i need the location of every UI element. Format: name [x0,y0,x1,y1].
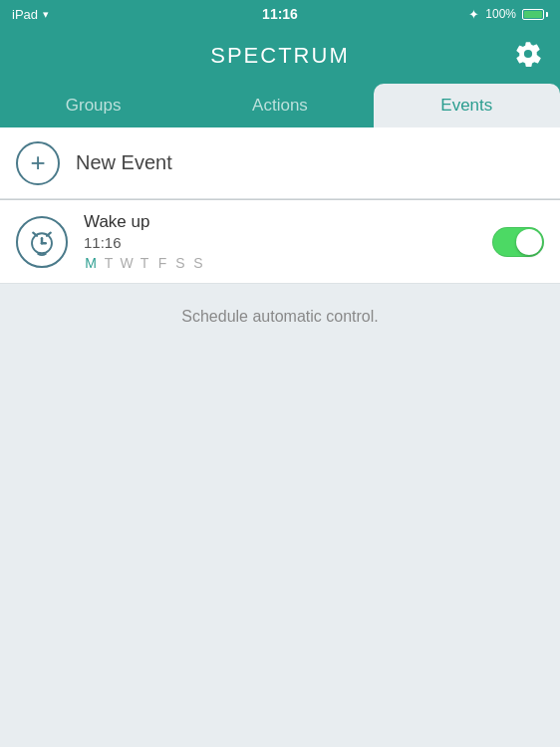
settings-button[interactable] [510,38,546,74]
content-area: + New Event Wake up 11:16 [0,127,560,350]
tab-bar: Groups Actions Events [0,84,560,127]
status-left: iPad ▾ [12,7,49,22]
status-time: 11:16 [262,6,298,22]
app-header: SPECTRUM [0,28,560,84]
svg-line-3 [33,232,37,235]
event-info: Wake up 11:16 MTWTFSS [84,212,476,271]
day-label: T [138,255,151,271]
event-time: 11:16 [84,234,476,251]
tab-actions[interactable]: Actions [186,84,373,127]
new-event-label: New Event [76,151,172,174]
status-bar: iPad ▾ 11:16 ✦ 100% [0,0,560,28]
event-name: Wake up [84,212,476,232]
battery-label: 100% [485,7,516,21]
day-label: S [173,255,187,271]
day-label: W [120,255,134,271]
toggle-knob [516,229,542,255]
footer-description: Schedule automatic control. [0,284,560,350]
alarm-icon [16,216,68,268]
battery-indicator [522,9,548,20]
new-event-row[interactable]: + New Event [0,127,560,199]
day-label: T [102,255,116,271]
gear-icon [514,40,542,72]
wifi-icon: ▾ [43,8,49,21]
tab-events[interactable]: Events [374,84,560,127]
status-right: ✦ 100% [468,7,548,22]
day-label: F [155,255,169,271]
toggle-switch[interactable] [492,227,544,257]
day-label: M [84,255,98,271]
event-toggle[interactable] [492,227,544,257]
svg-line-4 [47,232,51,235]
event-row[interactable]: Wake up 11:16 MTWTFSS [0,200,560,284]
tab-groups[interactable]: Groups [0,84,186,127]
bluetooth-icon: ✦ [468,7,479,22]
plus-circle-icon: + [16,141,60,185]
app-title: SPECTRUM [210,43,349,69]
event-days: MTWTFSS [84,255,476,271]
day-label: S [191,255,205,271]
carrier-label: iPad [12,7,38,22]
